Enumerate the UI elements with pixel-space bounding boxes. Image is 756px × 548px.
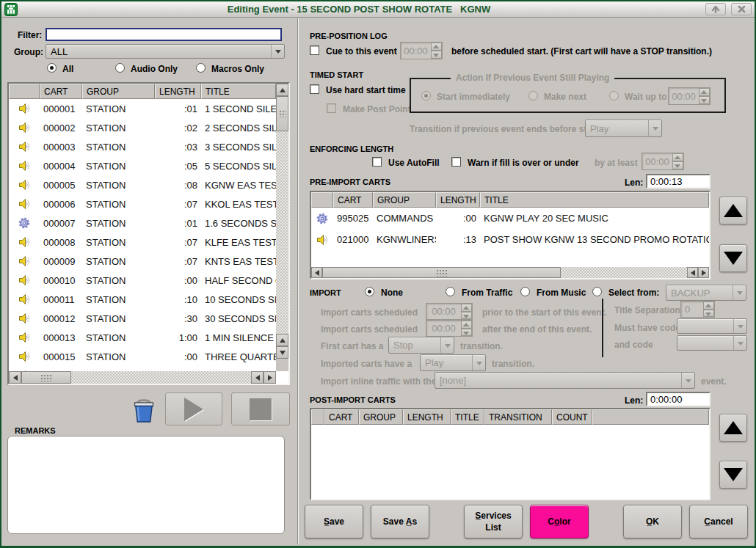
radio-audio-only[interactable] [115,63,125,73]
close-button[interactable] [731,3,752,15]
radio-start-immediately[interactable] [421,91,431,101]
spin-up-icon[interactable] [461,321,472,329]
group-select[interactable]: ALL [46,44,285,59]
table-row[interactable]: 000013STATION1:001 MIN SILENCE [9,328,276,347]
column-header-group[interactable]: GROUP [373,192,436,208]
column-header-length[interactable]: LENGTH [436,192,480,208]
spin-down-icon[interactable] [461,329,472,337]
column-header-group[interactable]: GROUP [359,409,403,425]
column-header-icon[interactable] [311,192,333,208]
column-header-title[interactable]: TITLE [451,409,484,425]
table-row[interactable]: 000004STATION:055 SECONDS SILEN [9,156,276,175]
post-import-body[interactable] [311,425,709,499]
scroll-left-icon[interactable] [9,371,21,384]
cart-list-vscrollbar[interactable] [276,84,288,371]
post-import-len-value[interactable]: 0:00:00 [646,392,710,406]
use-hard-start-checkbox[interactable] [310,84,319,94]
cue-to-event-checkbox[interactable] [310,45,319,55]
column-header-length[interactable]: LENGTH [155,84,201,99]
table-row[interactable]: 000008STATION:07KLFE EAS TEST IN [9,233,276,252]
radio-macros-only[interactable] [196,63,206,73]
shade-button[interactable] [705,3,726,15]
scroll-left-icon[interactable] [687,267,698,278]
title-separation-spinner[interactable]: 0 [680,301,715,318]
sched-prior-spinner[interactable]: 00:00 [426,303,473,320]
spin-down-icon[interactable] [672,161,683,169]
color-button[interactable]: Co̲lor [530,505,589,538]
must-have-code-select[interactable] [677,318,747,334]
radio-make-next[interactable] [528,91,538,101]
stop-button[interactable] [231,392,290,425]
title-bar[interactable]: Editing Event - 15 SECOND POST SHOW ROTA… [1,1,755,18]
post-import-header[interactable]: CART GROUP LENGTH TITLE TRANSITION COUNT [311,409,709,425]
and-code-select[interactable] [677,335,747,351]
table-row[interactable]: 000002STATION:022 SECONDS SILEN [9,118,276,137]
pre-import-move-down-button[interactable] [719,244,747,272]
radio-import-none[interactable] [365,287,374,296]
save-button[interactable]: S̲ave [305,505,363,538]
column-header-title[interactable]: TITLE [201,84,276,99]
column-header-cart[interactable]: CART [333,192,373,208]
imported-carts-transition-select[interactable]: Play [420,354,486,371]
cue-time-spinner[interactable]: 00:00 [400,42,443,59]
scroll-right-icon[interactable] [263,371,276,384]
column-header-length[interactable]: LENGTH [403,409,451,425]
use-autofill-checkbox[interactable] [372,157,382,167]
scroll-down-icon[interactable] [276,346,288,359]
select-from-select[interactable]: BACKUP [666,285,746,301]
services-list-button[interactable]: S̲ervices List [464,505,523,538]
remarks-textarea[interactable] [7,436,285,534]
table-row[interactable] [9,366,276,371]
table-row[interactable]: 000012STATION:3030 SECONDS SILE [9,309,276,328]
radio-wait-up-to[interactable] [609,91,619,101]
ok-button[interactable]: O̲K [623,505,682,538]
table-row[interactable]: 000001STATION:011 SECOND SILEN [9,99,276,118]
cart-list-body[interactable]: 000001STATION:011 SECOND SILEN000002STAT… [9,99,276,371]
sched-after-spinner[interactable]: 00:00 [426,320,473,337]
post-import-move-down-button[interactable] [719,461,747,489]
radio-import-music[interactable] [520,287,530,296]
radio-all[interactable] [47,63,57,73]
spin-up-icon[interactable] [672,153,683,161]
table-row[interactable]: 000011STATION:1010 SECONDS SILE [9,290,276,309]
pre-import-body[interactable]: 995025COMMANDS:00KGNW PLAY 20 SEC MUSIC0… [311,208,709,267]
table-row[interactable]: 000015STATION:00THREE QUARTER [9,347,276,366]
table-row[interactable]: 000007STATION:011.6 SECONDS SIL [9,213,276,233]
spin-up-icon[interactable] [703,302,714,310]
cart-list-header[interactable]: CART GROUP LENGTH TITLE [9,84,288,99]
column-header-icon[interactable] [311,409,324,425]
scroll-up-icon[interactable] [276,84,288,96]
column-header-icon[interactable] [9,84,40,99]
table-row[interactable]: 000003STATION:033 SECONDS SILEN [9,137,276,156]
first-cart-transition-select[interactable]: Stop [388,337,454,354]
spin-down-icon[interactable] [699,96,710,104]
column-header-group[interactable]: GROUP [82,84,155,99]
warn-fill-checkbox[interactable] [451,157,461,167]
spin-up-icon[interactable] [699,88,710,96]
spin-up-icon[interactable] [461,304,472,312]
table-row[interactable]: 995025COMMANDS:00KGNW PLAY 20 SEC MUSIC [311,208,709,229]
cancel-button[interactable]: C̲ancel [689,505,748,538]
hscroll-thumb[interactable] [21,371,71,384]
warn-time-spinner[interactable]: 00:00 [641,153,684,170]
column-header-title[interactable]: TITLE [480,192,709,208]
make-post-point-checkbox[interactable] [327,103,336,113]
pre-import-len-value[interactable]: 0:00:13 [646,174,710,189]
cart-list-hscrollbar[interactable] [9,371,276,384]
table-row[interactable]: 000006STATION:07KKOL EAS TEST IN [9,194,276,213]
spin-down-icon[interactable] [703,310,714,318]
table-row[interactable]: 000010STATION:00HALF SECOND OF [9,271,276,290]
spin-down-icon[interactable] [461,312,472,320]
spin-down-icon[interactable] [431,51,442,59]
scroll-left-icon[interactable] [311,267,322,278]
table-row[interactable]: 000009STATION:07KNTS EAS TEST IN [9,252,276,271]
hscroll-thumb[interactable] [322,267,561,278]
vscroll-thumb[interactable] [276,96,288,131]
spin-up-icon[interactable] [431,43,442,51]
column-header-cart[interactable]: CART [40,84,82,99]
scroll-right-icon[interactable] [698,267,709,278]
transition-before-start-select[interactable]: Play [585,120,662,137]
table-row[interactable]: 000005STATION:08KGNW EAS TEST [9,175,276,194]
play-button[interactable] [165,392,222,425]
column-header-count[interactable]: COUNT [552,409,592,425]
